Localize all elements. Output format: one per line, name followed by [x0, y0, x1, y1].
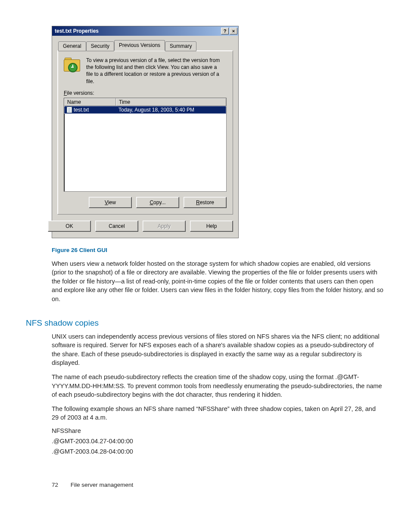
help-button-bottom[interactable]: Help	[190, 221, 233, 232]
column-name[interactable]: Name	[64, 98, 116, 106]
mnemonic: C	[149, 199, 153, 205]
tab-panel: To view a previous version of a file, se…	[57, 50, 233, 215]
example-line: .@GMT-2003.04.28-04:00:00	[52, 448, 385, 455]
file-versions-label: File versions:	[64, 90, 227, 96]
label-rest: ile versions:	[67, 90, 94, 96]
example-line: NFSShare	[52, 427, 385, 434]
window-title: test.txt Properties	[55, 28, 220, 34]
body-paragraph: When users view a network folder hosted …	[52, 259, 383, 304]
properties-dialog: test.txt Properties ? × General Security…	[52, 26, 239, 238]
cell-name: test.txt	[64, 107, 116, 113]
column-time[interactable]: Time	[116, 98, 226, 106]
previous-versions-icon	[64, 57, 80, 72]
file-icon	[67, 107, 72, 113]
tab-summary[interactable]: Summary	[165, 41, 196, 51]
label-rest: estore	[200, 199, 214, 205]
label-rest: opy...	[153, 199, 165, 205]
apply-button[interactable]: Apply	[143, 221, 186, 232]
cancel-button[interactable]: Cancel	[95, 221, 138, 232]
cell-time: Today, August 18, 2003, 5:40 PM	[116, 107, 226, 113]
example-line: .@GMT-2003.04.27-04:00:00	[52, 438, 385, 445]
section-heading: NFS shadow copies	[26, 318, 385, 328]
page-footer: 72 File server management	[52, 482, 385, 488]
tab-label: Summary	[170, 43, 192, 49]
col-label: Name	[67, 99, 81, 105]
question-icon: ?	[224, 28, 227, 34]
file-versions-list[interactable]: Name Time test.txt Today, August 18, 200…	[64, 98, 227, 192]
file-time: Today, August 18, 2003, 5:40 PM	[118, 107, 194, 113]
intro-text: To view a previous version of a file, se…	[86, 57, 224, 85]
label: Cancel	[109, 223, 125, 229]
figure-caption: Figure 26 Client GUI	[52, 247, 385, 253]
list-item[interactable]: test.txt Today, August 18, 2003, 5:40 PM	[64, 106, 226, 114]
body-paragraph: UNIX users can independently access prev…	[52, 332, 383, 367]
tab-security[interactable]: Security	[86, 41, 114, 51]
page-number: 72	[52, 482, 69, 488]
tab-previous-versions[interactable]: Previous Versions	[114, 40, 165, 51]
label: Apply	[158, 223, 171, 229]
mnemonic: V	[105, 199, 108, 205]
list-header: Name Time	[64, 98, 226, 106]
copy-button[interactable]: Copy...	[136, 197, 179, 208]
label: OK	[65, 223, 73, 229]
section-name: File server management	[71, 482, 134, 488]
tab-label: Previous Versions	[119, 42, 160, 48]
view-button[interactable]: View	[89, 197, 132, 208]
col-label: Time	[119, 99, 130, 105]
tabstrip: General Security Previous Versions Summa…	[57, 40, 233, 51]
tab-label: General	[63, 43, 81, 49]
ok-button[interactable]: OK	[48, 221, 91, 232]
mnemonic: R	[196, 199, 200, 205]
body-paragraph: The name of each pseudo-subdirectory ref…	[52, 373, 383, 399]
file-name: test.txt	[74, 107, 89, 113]
close-icon: ×	[232, 28, 235, 34]
body-paragraph: The following example shows an NFS share…	[52, 404, 383, 422]
label-rest: iew	[108, 199, 116, 205]
help-button[interactable]: ?	[221, 28, 229, 34]
tab-label: Security	[91, 43, 109, 49]
titlebar: test.txt Properties ? ×	[52, 26, 238, 36]
tab-general[interactable]: General	[58, 41, 86, 51]
close-button[interactable]: ×	[230, 28, 237, 34]
restore-button[interactable]: Restore	[184, 197, 227, 208]
label: Help	[206, 223, 217, 229]
